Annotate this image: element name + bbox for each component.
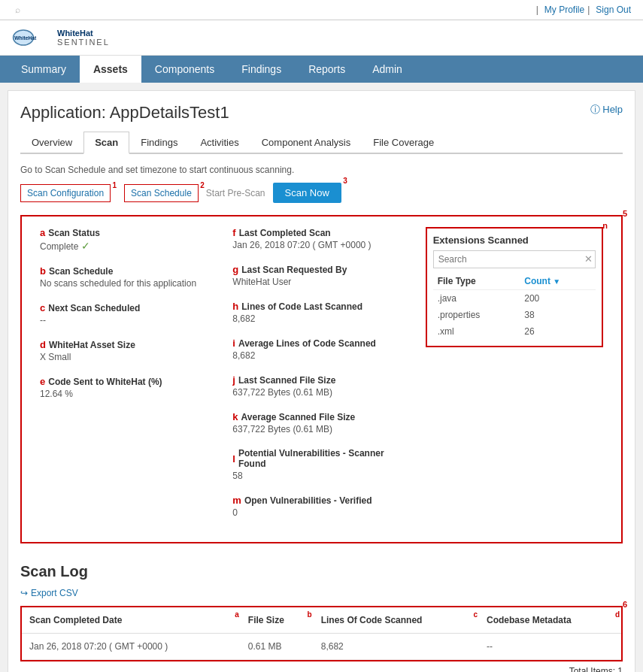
last-file-size-value: 637,722 Bytes (0.61 MB) — [232, 387, 410, 398]
scan-schedule-value: No scans scheduled for this application — [40, 278, 217, 289]
nav-assets[interactable]: Assets — [80, 56, 141, 83]
svg-text:WhiteHat: WhiteHat — [14, 35, 37, 41]
letter-h: h — [232, 301, 238, 312]
letter-e: e — [40, 376, 45, 387]
scan-now-button[interactable]: Scan Now — [273, 183, 341, 203]
tab-overview[interactable]: Overview — [20, 132, 83, 154]
scan-configuration-link[interactable]: Scan Configuration — [20, 184, 111, 202]
open-vuln-value: 0 — [232, 507, 410, 518]
col-badge-c: c — [473, 610, 478, 619]
col-file-size: File Size b — [241, 607, 314, 634]
help-link[interactable]: ⓘ Help — [590, 103, 623, 117]
sort-arrow-icon[interactable]: ▼ — [553, 277, 560, 286]
nav-admin[interactable]: Admin — [359, 56, 416, 83]
page-title-row: Application: AppDetailsTest1 ⓘ Help — [20, 103, 623, 123]
ext-count: 200 — [520, 290, 596, 307]
start-pre-scan-link[interactable]: Start Pre-Scan — [206, 188, 265, 198]
col-badge-a: a — [235, 610, 239, 619]
count-header: Count ▼ — [520, 273, 596, 290]
tab-component-analysis[interactable]: Component Analysis — [250, 132, 362, 154]
col-codebase: Codebase Metadata d — [479, 607, 621, 634]
top-bar-search: ⌕ — [15, 5, 20, 15]
col-scan-date: Scan Completed Date a — [22, 607, 241, 634]
top-bar-pipe: | — [536, 5, 538, 15]
badge-n: n — [602, 221, 608, 230]
my-profile-link[interactable]: My Profile — [544, 5, 584, 15]
log-file-size: 0.61 MB — [241, 634, 314, 660]
scan-schedule-link[interactable]: Scan Schedule — [124, 184, 199, 202]
letter-d: d — [40, 339, 46, 350]
loc-last-value: 8,682 — [232, 313, 410, 324]
last-scan-by-value: WhiteHat User — [232, 277, 410, 287]
total-items: Total Items: 1 — [20, 666, 623, 672]
info-col-mid: f Last Completed Scan Jan 26, 2018 07:20… — [225, 227, 417, 531]
extensions-search-input[interactable] — [433, 250, 596, 268]
scan-status-value: Complete ✓ — [40, 240, 217, 252]
main-nav: Summary Assets Components Findings Repor… — [0, 56, 643, 83]
avg-file-size-value: 637,722 Bytes (0.61 MB) — [232, 424, 410, 434]
last-file-size-label: Last Scanned File Size — [238, 375, 335, 386]
tab-file-coverage[interactable]: File Coverage — [362, 132, 445, 154]
ext-table-row: .java 200 — [433, 290, 596, 307]
asset-size-value: X Small — [40, 352, 217, 362]
potential-vuln-item: l Potential Vulnerabilities - Scanner Fo… — [232, 448, 410, 481]
ext-search-wrap: ✕ — [433, 250, 596, 273]
last-file-size-item: j Last Scanned File Size 637,722 Bytes (… — [232, 374, 410, 398]
badge-3: 3 — [343, 177, 347, 185]
sign-out-link[interactable]: Sign Out — [596, 5, 631, 15]
code-sent-label: Code Sent to WhiteHat (%) — [48, 377, 162, 387]
ext-clear-icon[interactable]: ✕ — [584, 253, 593, 265]
tab-activities[interactable]: Activities — [189, 132, 250, 154]
whitehat-logo: WhiteHat — [12, 26, 50, 49]
log-codebase: -- — [479, 634, 621, 660]
col-badge-d: d — [615, 610, 620, 619]
ext-filetype: .java — [433, 290, 520, 307]
open-vuln-item: m Open Vulnerabilities - Verified 0 — [232, 495, 410, 518]
letter-g: g — [232, 264, 238, 275]
nav-findings[interactable]: Findings — [228, 56, 295, 83]
brand-name: WhiteHat — [57, 29, 110, 38]
letter-f: f — [232, 227, 235, 238]
ext-count: 38 — [520, 307, 596, 323]
sub-tabs: Overview Scan Findings Activities Compon… — [20, 132, 623, 154]
open-vuln-label: Open Vulnerabilities - Verified — [244, 495, 372, 506]
extensions-box: n Extensions Scanned ✕ File Type Count ▼ — [426, 227, 603, 347]
col-loc-scanned: Lines Of Code Scanned c — [314, 607, 479, 634]
last-scan-value: Jan 26, 2018 07:20 ( GMT +0000 ) — [232, 240, 410, 250]
scan-actions: 1 Scan Configuration 2 Scan Schedule Sta… — [20, 183, 623, 203]
nav-reports[interactable]: Reports — [295, 56, 359, 83]
scan-log-table: Scan Completed Date a File Size b Lines … — [22, 607, 621, 660]
letter-m: m — [232, 495, 241, 506]
log-lines: 8,682 — [314, 634, 479, 660]
code-sent-value: 12.64 % — [40, 389, 217, 399]
log-scan-date: Jan 26, 2018 07:20 ( GMT +0000 ) — [22, 634, 241, 660]
badge-5: 5 — [623, 209, 627, 218]
asset-size-item: d WhiteHat Asset Size X Small — [40, 339, 217, 362]
badge-1: 1 — [113, 181, 117, 189]
tab-scan[interactable]: Scan — [83, 132, 129, 154]
scan-info-box: 5 a Scan Status Complete ✓ b Scan Schedu… — [20, 215, 623, 543]
avg-loc-label: Average Lines of Code Scanned — [238, 338, 376, 349]
letter-j: j — [232, 374, 235, 386]
page-title: Application: AppDetailsTest1 — [20, 103, 229, 123]
scan-schedule-label: Scan Schedule — [49, 266, 113, 277]
scan-log-table-wrap: 6 Scan Completed Date a File Size b Li — [20, 606, 623, 661]
file-type-header: File Type — [433, 273, 520, 290]
extensions-title: Extensions Scanned — [433, 235, 596, 246]
export-csv-button[interactable]: ↪ Export CSV — [20, 588, 623, 598]
avg-file-size-label: Average Scanned File Size — [241, 412, 356, 422]
nav-components[interactable]: Components — [141, 56, 228, 83]
badge-6: 6 — [623, 600, 627, 609]
potential-vuln-value: 58 — [232, 471, 410, 481]
nav-summary[interactable]: Summary — [8, 56, 80, 83]
tab-findings[interactable]: Findings — [129, 132, 189, 154]
scan-status-item: a Scan Status Complete ✓ — [40, 227, 217, 252]
top-bar-pipe2: | — [587, 5, 590, 15]
info-col-left: a Scan Status Complete ✓ b Scan Schedule… — [32, 227, 225, 531]
ext-table-row: .properties 38 — [433, 307, 596, 323]
avg-loc-value: 8,682 — [232, 350, 410, 361]
letter-i: i — [232, 338, 235, 349]
scan-log-section: Scan Log ↪ Export CSV 6 Scan Completed D… — [20, 558, 623, 672]
page-content: Application: AppDetailsTest1 ⓘ Help Over… — [8, 90, 635, 672]
last-scan-label: Last Completed Scan — [239, 228, 331, 238]
